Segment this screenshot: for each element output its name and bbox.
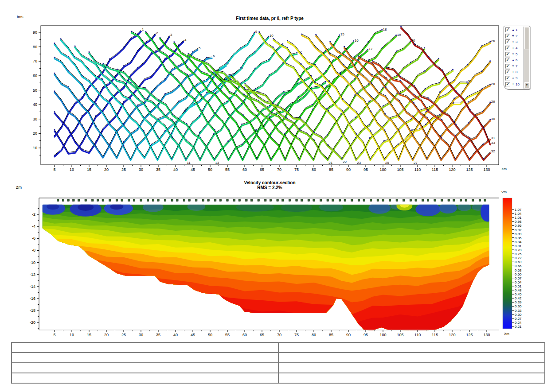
curve-visibility-checkbox[interactable]: ✓ (505, 27, 510, 32)
curve-visibility-checkbox[interactable]: ✓ (505, 64, 510, 69)
data-point-marker (285, 117, 287, 119)
legend-scrollbar-thumb[interactable] (524, 27, 529, 49)
data-point-marker (199, 132, 200, 133)
x-axis-tick-label: 40 (173, 167, 178, 172)
data-point-marker (371, 74, 373, 75)
data-point-marker (74, 56, 75, 57)
legend-item-label: 8 (516, 70, 517, 74)
x-axis-tick-label: 5 (53, 333, 55, 337)
colorbar-tick-label: 0.63 (515, 268, 522, 272)
receiver-marker (202, 199, 204, 201)
data-point-marker (258, 96, 259, 97)
x-axis-tick-label: 70 (277, 333, 281, 337)
table-cell[interactable] (278, 363, 545, 373)
x-axis-tick-label: 80 (312, 333, 316, 337)
data-point-marker (123, 47, 125, 48)
colorbar-tick-label: 0.51 (515, 284, 522, 288)
data-point-marker (328, 110, 329, 112)
receiver-marker (195, 199, 197, 201)
legend-item-label: 3 (516, 40, 517, 44)
table-cell[interactable] (12, 363, 278, 373)
data-point-marker (490, 41, 491, 43)
data-point-marker (54, 155, 55, 156)
data-point-marker (68, 70, 69, 71)
data-point-marker (82, 148, 83, 150)
data-point-marker (192, 51, 194, 52)
x-axis-tick-label: 125 (466, 167, 473, 172)
data-point-marker (215, 93, 216, 94)
data-point-marker (490, 60, 491, 62)
travel-time-curve-observed[interactable] (373, 62, 490, 160)
curve-visibility-checkbox[interactable]: ✓ (505, 70, 510, 74)
data-point-marker (241, 82, 242, 83)
data-point-marker (68, 136, 69, 137)
data-point-marker (324, 81, 326, 82)
data-point-marker (370, 111, 371, 112)
x-axis-tick-label: 100 (379, 333, 386, 337)
receiver-marker (188, 199, 190, 201)
colorbar-tick-label: 0.54 (515, 280, 522, 284)
data-point-marker (414, 43, 415, 45)
x-axis-tick-label: 100 (379, 167, 386, 172)
z-axis-tick-label: -4 (32, 224, 35, 229)
data-point-marker (468, 122, 469, 124)
data-point-marker (329, 41, 331, 42)
y-axis-tick-label: 20 (33, 131, 37, 136)
travel-time-curve-calculated[interactable] (132, 31, 325, 159)
data-point-marker (95, 99, 97, 100)
legend-item-label: 2 (516, 34, 517, 38)
legend-scrollbar[interactable]: ▼ (524, 27, 529, 89)
x-axis-tick-label: 95 (363, 167, 368, 172)
data-point-marker (483, 158, 485, 159)
data-point-marker (215, 83, 216, 85)
y-axis-tick-label: 90 (33, 30, 37, 35)
data-point-marker (257, 134, 258, 136)
colorbar-tick-label: 0.89 (515, 232, 522, 236)
table-cell[interactable] (12, 342, 278, 353)
data-point-marker (54, 91, 55, 92)
table-cell[interactable] (278, 373, 545, 383)
x-axis-tick-label: 25 (121, 167, 126, 172)
data-point-marker (453, 80, 455, 81)
data-point-marker (287, 40, 288, 41)
data-point-marker (273, 47, 274, 48)
receiver-marker (358, 199, 360, 201)
curve-visibility-checkbox[interactable]: ✓ (505, 34, 510, 39)
x-axis-tick-label: 90 (346, 167, 351, 172)
table-cell[interactable] (12, 373, 278, 383)
data-point-marker (179, 85, 180, 86)
data-point-marker (151, 91, 152, 93)
data-point-marker (145, 87, 146, 89)
colorbar-tick-label: 0.27 (515, 317, 522, 321)
travel-time-curve-calculated[interactable] (387, 67, 490, 159)
data-point-marker (269, 105, 270, 106)
data-point-marker (315, 47, 317, 48)
y-axis-tick-label: 70 (33, 59, 37, 63)
curve-visibility-checkbox[interactable]: ✓ (505, 52, 510, 57)
table-cell[interactable] (278, 342, 545, 353)
travel-time-curve-calculated[interactable] (103, 53, 297, 159)
data-point-marker (284, 133, 285, 134)
legend-scroll-down-icon[interactable]: ▼ (524, 82, 529, 88)
receiver-marker (410, 199, 411, 201)
data-point-marker (426, 111, 427, 113)
curve-visibility-checkbox[interactable]: ✓ (505, 39, 510, 44)
table-cell[interactable] (278, 353, 545, 363)
x-axis-tick-label: 5 (53, 167, 55, 172)
data-point-marker (174, 41, 175, 43)
data-point-marker (258, 91, 260, 93)
data-point-marker (357, 70, 359, 72)
data-point-marker (54, 57, 55, 58)
data-point-marker (131, 78, 132, 80)
x-axis-tick-label: 55 (225, 333, 230, 337)
table-cell[interactable] (12, 353, 278, 363)
curve-visibility-checkbox[interactable]: ✓ (505, 46, 510, 50)
curve-visibility-checkbox[interactable]: ✓ (505, 82, 510, 87)
data-point-marker (399, 116, 400, 117)
data-point-marker (342, 99, 344, 100)
receiver-marker (282, 199, 284, 201)
curve-visibility-checkbox[interactable]: ✓ (505, 76, 510, 81)
curve-visibility-checkbox[interactable]: ✓ (505, 58, 510, 62)
data-point-marker (370, 130, 371, 132)
data-point-marker (468, 83, 469, 84)
